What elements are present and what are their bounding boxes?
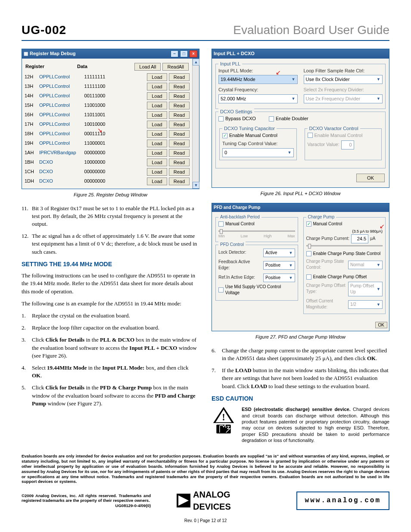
chevron-down-icon: ▼ [377, 302, 380, 308]
antibacklash-group: Anti-backlash Period Manual Control MinL… [215, 217, 298, 242]
read-button[interactable]: Read [169, 111, 190, 119]
chevron-down-icon: ▼ [288, 150, 292, 156]
input-pll-mode-select[interactable]: 19.44MHz Mode▼ [218, 75, 298, 84]
minimize-button[interactable]: – [171, 50, 178, 57]
maximize-button[interactable]: □ [180, 50, 188, 57]
crystal-freq-select[interactable]: 52.000 MHz▼ [218, 94, 298, 103]
cp-offset-checkbox[interactable]: Enable Charge Pump Offset [306, 274, 367, 280]
read-button[interactable]: Read [169, 168, 190, 176]
reg-data: 11111111 [80, 74, 110, 80]
tuning-cap-value-label: Tuning Cap Control Value: [222, 140, 294, 147]
pfd-control-group: PFD Control Lock Detector:Active▼ Feedba… [215, 245, 298, 301]
scroll-down-icon[interactable]: ▼ [193, 182, 199, 189]
figure-25-caption: Figure 25. Register Debug Window [22, 192, 199, 198]
load-button[interactable]: Load [147, 159, 167, 166]
cp-state-control-label: Charge Pump State Control: [306, 258, 347, 271]
group-label: DCXO Settings [218, 109, 254, 115]
cp-current-label: Charge Pump Current: [306, 236, 350, 242]
cp-manual-control-checkbox[interactable]: ✓Manual Control [306, 221, 342, 227]
loop-filter-select[interactable]: Use 8x Clock Divider▼ [304, 75, 383, 84]
load-button[interactable]: Load [147, 111, 167, 119]
varactor-value-input: 0 [341, 140, 354, 149]
load-button[interactable]: Load [147, 130, 167, 138]
feedback-edge-select[interactable]: Positive▼ [263, 261, 295, 270]
chevron-down-icon: ▼ [289, 263, 293, 268]
varactor-value-label: Varactor Value: [308, 141, 339, 148]
list-item: 12.The ac signal has a dc offset of appr… [22, 232, 199, 256]
reg-name: OPPLLControl [39, 93, 78, 99]
read-button[interactable]: Read [169, 102, 190, 109]
load-button[interactable]: Load [147, 177, 167, 185]
lock-detector-select[interactable]: Active▼ [263, 249, 295, 257]
legal-disclaimer: Evaluation boards are only intended for … [22, 454, 389, 484]
ok-button[interactable]: OK [375, 322, 387, 328]
read-button[interactable]: Read [169, 159, 190, 166]
reg-name: OPPLLControl [39, 112, 78, 118]
section-heading-esd: ESD CAUTION [212, 395, 389, 403]
reg-name: OPPLLControl [39, 74, 78, 80]
enable-manual-control-checkbox[interactable]: ✓Enable Manual Control [222, 132, 277, 139]
enable-manual-control-checkbox[interactable]: Enable Manual Control [308, 132, 363, 139]
cp-current-input[interactable]: 24.5 [351, 234, 368, 243]
titlebar: PFD and Charge Pump [212, 203, 389, 212]
continued-steps-list: 11.Bit 3 of Register 0x17 must be set to… [22, 205, 199, 256]
doc-title: Evaluation Board User Guide [233, 22, 389, 38]
mid-supply-vco-checkbox[interactable]: Use Mid Supply VCO Control Voltage [218, 284, 295, 296]
list-item: 1.Replace the crystal on the evaluation … [22, 312, 199, 320]
scrollbar[interactable]: ▲ ▼ [192, 59, 199, 189]
read-all-button[interactable]: ReadAll [162, 63, 189, 71]
scroll-up-icon[interactable]: ▲ [193, 59, 199, 65]
annotation-arrow-icon: ↙ [380, 222, 385, 231]
tuning-cap-value-select[interactable]: 0▼ [222, 148, 294, 157]
read-button[interactable]: Read [169, 130, 190, 138]
refin-edge-select[interactable]: Positive▼ [263, 274, 295, 282]
annotation-arrow-icon: ↙ [276, 68, 281, 77]
input-pll-mode-label: Input PLL Mode: [218, 68, 298, 74]
antibacklash-slider[interactable] [218, 230, 295, 232]
svg-text:!: ! [222, 412, 225, 423]
read-button[interactable]: Read [169, 177, 190, 185]
reg-name: DCXO [39, 159, 78, 165]
reg-data: 00000000 [80, 168, 110, 175]
load-button[interactable]: Load [147, 102, 167, 109]
reg-data: 10000000 [80, 159, 110, 165]
reg-name: OPPLLControl [39, 121, 78, 128]
load-button[interactable]: Load [147, 168, 167, 176]
register-row: 14HOPPLLControl00111000LoadRead [25, 91, 190, 101]
bypass-dcxo-checkbox[interactable]: Bypass DCXO [218, 115, 256, 122]
cp-state-control-checkbox[interactable]: Enable Charge Pump State Control [306, 251, 381, 257]
load-button[interactable]: Load [147, 121, 167, 128]
reg-name: DCXO [39, 168, 78, 175]
read-button[interactable]: Read [169, 121, 190, 128]
ok-button[interactable]: OK [356, 174, 385, 182]
load-button[interactable]: Load [147, 140, 167, 147]
tuning-capacitor-group: DCXO Tuning Capacitor ✓Enable Manual Con… [219, 128, 297, 160]
load-button[interactable]: Load [147, 149, 167, 157]
col-data: Data [77, 63, 112, 70]
reg-name: DCXO [39, 178, 78, 184]
register-row: 17HOPPLLControl10010000LoadRead [25, 120, 190, 129]
group-label: Input PLL [218, 61, 242, 67]
read-button[interactable]: Read [169, 149, 190, 157]
read-button[interactable]: Read [169, 140, 190, 147]
website-link[interactable]: www.analog.com [296, 492, 389, 510]
load-button[interactable]: Load [147, 83, 167, 90]
input-pll-dcxo-window: Input PLL + DCXO Input PLL Input PLL Mod… [212, 49, 389, 188]
enable-doubler-checkbox[interactable]: Enable Doubler [269, 115, 308, 122]
chevron-down-icon: ▼ [377, 286, 380, 292]
chevron-down-icon: ▼ [377, 262, 380, 268]
loop-filter-label: Loop Filter Sample Rate Ctrl: [304, 68, 383, 74]
read-button[interactable]: Read [169, 73, 190, 81]
reg-addr: 16H [25, 112, 37, 118]
load-button[interactable]: Load [147, 73, 167, 81]
close-button[interactable]: × [190, 50, 197, 57]
load-button[interactable]: Load [147, 92, 167, 100]
register-row: 19HOPPLLControl11000001LoadRead [25, 139, 190, 148]
read-button[interactable]: Read [169, 83, 190, 90]
manual-control-checkbox[interactable]: Manual Control [218, 221, 255, 227]
load-all-button[interactable]: Load All [134, 63, 161, 71]
read-button[interactable]: Read [169, 92, 190, 100]
cp-current-slider[interactable] [306, 245, 383, 246]
list-item: 5.Click Click for Details in the PFD & C… [22, 384, 199, 408]
slider-labels: MinLowHighMax [218, 233, 295, 239]
